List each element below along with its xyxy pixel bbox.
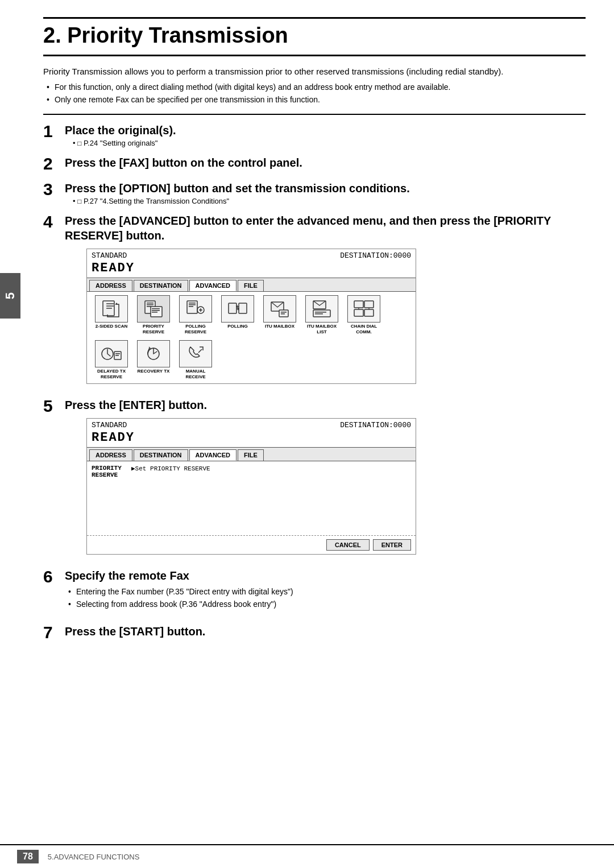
svg-rect-5	[147, 303, 154, 304]
svg-rect-13	[189, 303, 196, 304]
svg-rect-28	[354, 309, 363, 316]
screen1-header-right: DESTINATION:0000	[340, 251, 411, 260]
bullet-item-1: For this function, only a direct dialing…	[55, 81, 586, 93]
icon-2sided-scan-box	[95, 295, 128, 323]
step-1-title: Place the original(s).	[65, 123, 586, 138]
step-2: 2 Press the [FAX] button on the control …	[43, 155, 586, 173]
step-1: 1 Place the original(s). □ P.24 "Setting…	[43, 123, 586, 147]
step-4: 4 Press the [ADVANCED] button to enter t…	[43, 213, 586, 389]
step-7-number: 7	[43, 623, 65, 642]
svg-rect-11	[152, 312, 157, 313]
step-6-number: 6	[43, 567, 65, 586]
page-container: 5 2. Priority Transmission Priority Tran…	[0, 0, 614, 868]
step-2-content: Press the [FAX] button on the control pa…	[65, 155, 586, 170]
tab-destination-1[interactable]: DESTINATION	[134, 280, 188, 291]
step-5-number: 5	[43, 396, 65, 415]
screen2-spacer	[87, 507, 416, 535]
icon-itu-mailbox-list[interactable]: ITU MAILBOX LIST	[302, 295, 342, 334]
icon-itu-mailbox-box	[263, 295, 296, 323]
page-footer: 78 5.ADVANCED FUNCTIONS	[0, 844, 614, 868]
icon-manual-receive[interactable]: MANUAL RECEIVE	[176, 340, 215, 379]
step-5-content: Press the [ENTER] button. STANDARD DESTI…	[65, 398, 586, 560]
icon-polling-reserve-box	[179, 295, 212, 323]
icon-recovery-tx[interactable]: RECOVERY TX	[134, 340, 173, 379]
step-3-note: □ P.27 "4.Setting the Transmission Condi…	[73, 197, 586, 205]
step-6-bullets: Entering the Fax number (P.35 "Direct en…	[65, 585, 586, 611]
icon-manual-receive-label: MANUAL RECEIVE	[176, 369, 215, 379]
icon-polling-reserve-label: POLLING RESERVE	[176, 324, 215, 334]
icon-itu-mailbox-list-label: ITU MAILBOX LIST	[302, 324, 342, 334]
tab-destination-2[interactable]: DESTINATION	[134, 449, 188, 461]
section-divider-1	[43, 114, 586, 115]
tab-address-1[interactable]: ADDRESS	[89, 280, 132, 291]
screen2-list-row: PRIORITYRESERVE ▶Set PRIORITY RESERVE	[92, 465, 411, 478]
step-4-title: Press the [ADVANCED] button to enter the…	[65, 213, 586, 243]
icon-delayed-tx-box	[95, 340, 128, 367]
step-4-content: Press the [ADVANCED] button to enter the…	[65, 213, 586, 389]
sidebar-tab: 5	[0, 273, 20, 319]
step-3: 3 Press the [OPTION] button and set the …	[43, 181, 586, 205]
icon-priority-reserve-box	[137, 295, 170, 323]
svg-rect-27	[354, 301, 363, 308]
step-1-note: □ P.24 "Setting originals"	[73, 139, 586, 147]
step-1-number: 1	[43, 122, 65, 140]
title-bottom-border	[43, 55, 586, 56]
screen2-list-label: PRIORITYRESERVE	[92, 465, 126, 478]
screen2-list-value: ▶Set PRIORITY RESERVE	[131, 465, 210, 478]
screen2-header-right: DESTINATION:0000	[340, 421, 411, 429]
icon-2sided-scan[interactable]: 2-SIDED SCAN	[92, 295, 131, 334]
svg-rect-1	[106, 303, 114, 304]
sidebar-number: 5	[3, 292, 18, 299]
step-3-title: Press the [OPTION] button and set the tr…	[65, 181, 586, 196]
icon-delayed-tx[interactable]: DELAYED TX RESERVE	[92, 340, 131, 379]
tab-advanced-2[interactable]: ADVANCED	[189, 449, 237, 461]
intro-text: Priority Transmission allows you to perf…	[43, 65, 586, 78]
svg-rect-25	[315, 312, 326, 313]
svg-rect-18	[239, 303, 247, 313]
screen-mockup-2: STANDARD DESTINATION:0000 READY ADDRESS …	[86, 418, 416, 555]
bullet-list: For this function, only a direct dialing…	[43, 81, 586, 106]
main-content: 2. Priority Transmission Priority Transm…	[20, 0, 614, 667]
svg-rect-2	[106, 305, 114, 307]
icon-polling-box	[221, 295, 254, 323]
svg-rect-14	[189, 304, 196, 305]
screen-header-1: STANDARD DESTINATION:0000	[87, 249, 416, 261]
tab-file-2[interactable]: FILE	[238, 449, 264, 461]
footer-section: 5.ADVANCED FUNCTIONS	[48, 853, 140, 861]
svg-rect-3	[106, 308, 112, 309]
step-7-content: Press the [START] button.	[65, 624, 586, 639]
screen1-icons-row2: DELAYED TX RESERVE	[87, 338, 416, 383]
icon-priority-reserve[interactable]: PRIORITY RESERVE	[134, 295, 173, 334]
cancel-button[interactable]: CANCEL	[326, 539, 370, 551]
step-1-content: Place the original(s). □ P.24 "Setting o…	[65, 123, 586, 147]
tab-address-2[interactable]: ADDRESS	[89, 449, 132, 461]
svg-rect-10	[152, 310, 160, 311]
tab-file-1[interactable]: FILE	[238, 280, 264, 291]
svg-rect-33	[115, 353, 120, 354]
icon-chain-dial-box	[347, 295, 380, 323]
step-7: 7 Press the [START] button.	[43, 624, 586, 642]
icon-chain-dial[interactable]: CHAIN DIAL COMM.	[344, 295, 384, 334]
step-5: 5 Press the [ENTER] button. STANDARD DES…	[43, 398, 586, 560]
icon-itu-mailbox-label: ITU MAILBOX	[265, 324, 294, 329]
screen2-list-area: PRIORITYRESERVE ▶Set PRIORITY RESERVE	[87, 461, 416, 507]
svg-rect-21	[281, 312, 287, 313]
bullet-item-2: Only one remote Fax can be specified per…	[55, 93, 586, 106]
icon-recovery-tx-label: RECOVERY TX	[138, 369, 170, 374]
svg-rect-15	[189, 306, 193, 307]
icon-itu-mailbox[interactable]: ITU MAILBOX	[260, 295, 300, 334]
svg-rect-29	[364, 301, 374, 308]
screen-mockup-1: STANDARD DESTINATION:0000 READY ADDRESS …	[86, 249, 416, 383]
enter-button[interactable]: ENTER	[373, 539, 411, 551]
icon-priority-reserve-label: PRIORITY RESERVE	[134, 324, 173, 334]
icon-itu-mailbox-list-box	[305, 295, 338, 323]
step-3-content: Press the [OPTION] button and set the tr…	[65, 181, 586, 205]
step-6-title: Specify the remote Fax	[65, 568, 586, 583]
footer-page-number: 78	[17, 850, 39, 863]
tab-advanced-1[interactable]: ADVANCED	[189, 280, 237, 291]
icon-2sided-scan-label: 2-SIDED SCAN	[96, 324, 127, 329]
icon-polling[interactable]: POLLING	[218, 295, 258, 334]
icon-polling-reserve[interactable]: POLLING RESERVE	[176, 295, 215, 334]
step-3-number: 3	[43, 180, 65, 199]
svg-rect-26	[315, 313, 323, 315]
